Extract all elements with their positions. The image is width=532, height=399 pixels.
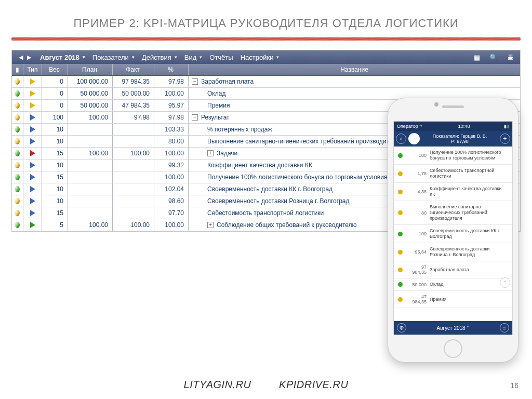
status-light <box>12 171 23 183</box>
type-icon <box>23 219 42 231</box>
slide-title: ПРИМЕР 2: KPI-МАТРИЦА РУКОВОДИТЕЛЯ ОТДЕЛ… <box>0 0 532 37</box>
cell-plan <box>68 171 113 183</box>
grid-icon[interactable]: ▦ <box>472 52 482 62</box>
cell-weight: 100 <box>42 112 68 123</box>
phone-item-label: Себестоимость транспортной логистики <box>430 168 508 179</box>
status-battery-icon: ▮▯ <box>504 124 509 129</box>
cell-fact <box>113 195 154 207</box>
cell-plan: 100 000.00 <box>68 76 113 87</box>
cell-plan: 50 000.00 <box>68 88 113 99</box>
header-status: ▮ <box>12 64 23 75</box>
cell-fact: 47 984.35 <box>113 100 154 111</box>
phone-filter-button[interactable]: Φ <box>397 323 406 332</box>
header-weight: Вес <box>42 64 68 75</box>
phone-list-item[interactable]: 97 984,35Заработная плата <box>394 261 512 278</box>
phone-list-item[interactable]: 80Выполнение санитарно-гигиенических тре… <box>394 201 512 225</box>
collapse-icon[interactable]: − <box>192 114 198 121</box>
phone-item-value: 97 984,35 <box>406 264 427 275</box>
phone-home-button[interactable] <box>444 339 462 358</box>
cell-fact: 97 984.35 <box>113 76 154 87</box>
phone-add-button[interactable]: + <box>500 134 510 144</box>
scroll-up-icon[interactable]: ˄ <box>500 277 510 288</box>
expand-icon[interactable]: + <box>207 150 214 156</box>
phone-item-value: 47 984,35 <box>406 294 427 304</box>
menu-view[interactable]: Вид <box>184 54 203 61</box>
cell-fact: 100.00 <box>113 219 154 231</box>
cell-fact <box>113 136 154 147</box>
print-icon[interactable]: 🖶 <box>506 52 515 62</box>
cell-plan: 100.00 <box>68 219 113 231</box>
cell-percent: 102.04 <box>154 183 189 195</box>
status-light <box>12 219 23 231</box>
phone-item-label: Своевременность доставки КК г. Волгоград <box>430 228 508 240</box>
phone-item-value: 80 <box>406 210 427 216</box>
type-icon <box>23 171 42 183</box>
prev-period-button[interactable]: ◀ <box>17 54 24 61</box>
cell-percent: 100.00 <box>154 148 189 159</box>
status-time: 10:48 <box>458 124 470 129</box>
header-fact: Факт <box>113 64 154 75</box>
phone-item-label: Премия <box>430 297 447 302</box>
status-dot-icon <box>398 250 403 255</box>
menu-settings[interactable]: Настройки <box>241 54 280 61</box>
menubar: ◀ ▶ Август 2018 Показатели Действия Вид … <box>12 50 520 64</box>
table-header: ▮ Тип Вес План Факт % Название <box>12 64 520 76</box>
status-light <box>12 207 23 219</box>
cell-percent: 98.60 <box>154 195 189 207</box>
status-light <box>12 195 23 207</box>
collapse-icon[interactable]: − <box>192 78 198 85</box>
phone-list-item[interactable]: 1,78Себестоимость транспортной логистики <box>394 165 512 183</box>
menu-reports[interactable]: Отчёты <box>209 54 233 61</box>
phone-back-button[interactable]: ‹ <box>396 134 406 144</box>
cell-weight: 15 <box>42 171 68 183</box>
status-light <box>12 76 23 87</box>
table-row[interactable]: 0100 000.0097 984.3597.98−Заработная пла… <box>12 76 520 88</box>
status-dot-icon <box>398 297 403 302</box>
cell-percent: 103.33 <box>154 124 189 135</box>
status-light <box>12 124 23 135</box>
divider <box>11 37 521 41</box>
status-dot-icon <box>398 153 403 158</box>
phone-item-label: Выполнение санитарно-гигиенических требо… <box>430 204 508 221</box>
status-light <box>12 100 23 111</box>
cell-weight: 0 <box>42 100 68 111</box>
phone-list-item[interactable]: 47 984,35Премия <box>394 291 512 308</box>
menu-actions[interactable]: Действия <box>142 54 177 61</box>
status-dot-icon <box>398 190 403 194</box>
status-light <box>12 136 23 147</box>
phone-list-item[interactable]: 4,38Коэффициент качества доставки КК <box>394 183 512 201</box>
footer-links: LITYAGIN.RU KPIDRIVE.RU <box>0 379 532 391</box>
period-selector[interactable]: Август 2018 <box>40 54 85 61</box>
phone-list-item[interactable]: 100Своевременность доставки КК г. Волгог… <box>394 225 512 243</box>
cell-percent: 97.70 <box>154 207 189 219</box>
cell-weight: 15 <box>42 148 68 159</box>
status-light <box>12 148 23 159</box>
status-dot-icon <box>398 171 403 176</box>
footer-link-2: KPIDRIVE.RU <box>279 379 348 390</box>
cell-percent: 100.00 <box>154 88 189 99</box>
cell-fact: 100:00 <box>113 148 154 159</box>
header-type: Тип <box>23 64 42 75</box>
menu-indicators[interactable]: Показатели <box>92 54 135 61</box>
status-light <box>12 183 23 195</box>
header-name: Название <box>189 64 520 75</box>
cell-plan: 50 000.00 <box>68 100 113 111</box>
cell-percent: 100.00 <box>154 171 189 183</box>
cell-plan: 100.00 <box>68 112 113 123</box>
phone-avatar[interactable] <box>408 133 420 144</box>
phone-period-selector[interactable]: Август 2018 ˅ <box>437 325 470 331</box>
phone-item-value: 100 <box>406 153 427 158</box>
phone-list-item[interactable]: 100Получение 100% логистического бонуса … <box>394 147 512 165</box>
phone-list-item[interactable]: 95,64Своевременность доставки Розница г.… <box>394 243 512 261</box>
expand-icon[interactable]: + <box>207 222 214 228</box>
phone-kpi-list[interactable]: 100Получение 100% логистического бонуса … <box>394 147 512 308</box>
cell-weight: 10 <box>42 159 68 171</box>
phone-menu-button[interactable]: ≡ <box>500 323 509 332</box>
phone-item-label: Коэффициент качества доставки КК <box>430 186 508 197</box>
next-period-button[interactable]: ▶ <box>25 54 33 61</box>
phone-title: Показатели: Герцев В. В. Р: 97,98 <box>422 134 498 144</box>
search-icon[interactable]: 🔍 <box>489 52 498 62</box>
type-icon <box>23 207 42 219</box>
phone-list-item[interactable]: 50 000Оклад <box>394 278 512 291</box>
cell-plan <box>68 124 113 135</box>
